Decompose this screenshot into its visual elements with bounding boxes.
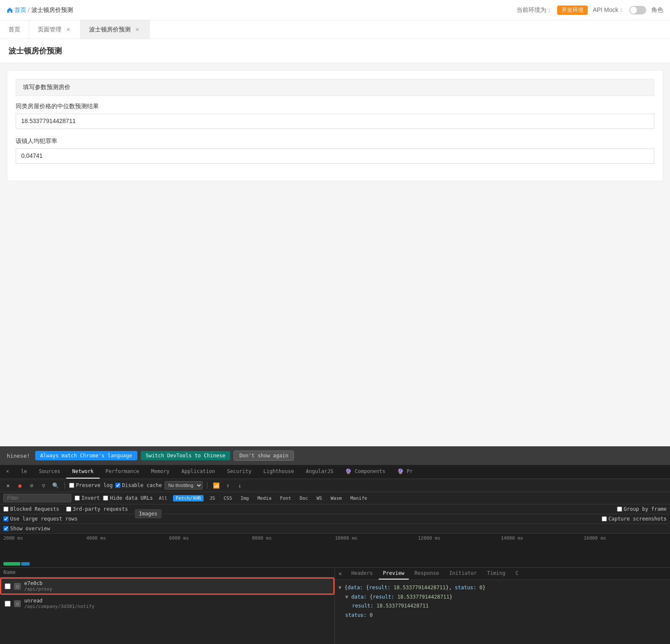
tab-home[interactable]: 首页 xyxy=(0,20,29,39)
field2-value: 0.04741 xyxy=(16,148,654,164)
tab-boston-label: 波士顿房价预测 xyxy=(89,26,131,34)
field1-value: 18.53377914428711 xyxy=(16,114,654,129)
field-group-2: 该镇人均犯罪率 0.04741 xyxy=(16,137,654,164)
env-label: 当前环境为： xyxy=(516,6,552,14)
field2-label: 该镇人均犯罪率 xyxy=(16,137,654,145)
tab-page-mgmt[interactable]: 页面管理 ✕ xyxy=(29,20,81,39)
breadcrumb-home[interactable]: 首页 xyxy=(7,6,26,14)
page-title: 波士顿房价预测 xyxy=(8,46,662,56)
tab-boston[interactable]: 波士顿房价预测 ✕ xyxy=(81,20,150,39)
env-badge: 开发环境 xyxy=(557,6,588,15)
tab-page-mgmt-label: 页面管理 xyxy=(38,26,61,34)
home-label[interactable]: 首页 xyxy=(14,6,26,14)
breadcrumb-current: 波士顿房价预测 xyxy=(31,6,73,14)
page-title-bar: 波士顿房价预测 xyxy=(0,39,670,63)
tab-boston-close[interactable]: ✕ xyxy=(134,26,141,33)
api-mock-toggle[interactable] xyxy=(629,6,646,14)
api-mock-label: API Mock： xyxy=(593,6,624,14)
field1-label: 同类房屋价格的中位数预测结果 xyxy=(16,103,654,110)
form-section-header: 填写参数预测房价 xyxy=(16,79,654,96)
main-content: 填写参数预测房价 同类房屋价格的中位数预测结果 18.5337791442871… xyxy=(7,70,663,181)
tab-home-label: 首页 xyxy=(8,26,20,34)
field-group-1: 同类房屋价格的中位数预测结果 18.53377914428711 xyxy=(16,103,654,129)
top-header: 首页 / 波士顿房价预测 当前环境为： 开发环境 API Mock： 角色 xyxy=(0,0,670,20)
tab-page-mgmt-close[interactable]: ✕ xyxy=(65,26,72,33)
corner-label: 角色 xyxy=(651,6,663,14)
breadcrumb: 首页 / 波士顿房价预测 xyxy=(7,6,516,14)
home-icon xyxy=(7,7,13,13)
breadcrumb-separator: / xyxy=(28,7,30,14)
header-right: 当前环境为： 开发环境 API Mock： 角色 xyxy=(516,6,663,15)
tab-bar: 首页 页面管理 ✕ 波士顿房价预测 ✕ xyxy=(0,20,670,39)
